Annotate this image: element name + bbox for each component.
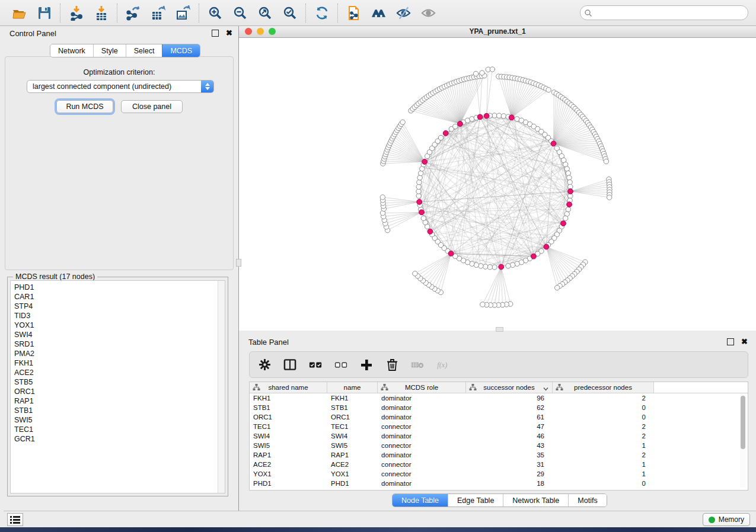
- run-mcds-button[interactable]: Run MCDS: [56, 100, 113, 113]
- cell-successor-nodes[interactable]: 43: [466, 441, 553, 450]
- column-header-successor-nodes[interactable]: successor nodes: [466, 382, 553, 393]
- cell-shared-name[interactable]: SWI4: [250, 431, 327, 441]
- cell-MCDS-role[interactable]: dominator: [378, 393, 466, 403]
- cell-predecessor-nodes[interactable]: 0: [553, 412, 654, 422]
- mcds-hub-node[interactable]: [531, 254, 537, 259]
- cell-name[interactable]: TEC1: [327, 422, 378, 431]
- mcds-hub-node[interactable]: [428, 229, 433, 234]
- mcds-hub-node[interactable]: [477, 114, 483, 120]
- cell-shared-name[interactable]: PHD1: [250, 479, 327, 488]
- settings-gear-icon[interactable]: [258, 358, 271, 372]
- zoom-in-icon[interactable]: [207, 5, 223, 21]
- table-scrollbar-thumb[interactable]: [741, 396, 745, 449]
- mcds-result-item[interactable]: FKH1: [14, 358, 225, 368]
- select-all-columns-icon[interactable]: [309, 358, 322, 372]
- mcds-result-item[interactable]: TID3: [14, 311, 225, 321]
- zoom-out-icon[interactable]: [232, 5, 248, 21]
- tab-style[interactable]: Style: [93, 44, 126, 57]
- tab-mcds[interactable]: MCDS: [162, 44, 200, 57]
- mcds-result-item[interactable]: SRD1: [14, 339, 225, 349]
- mcds-result-item[interactable]: TEC1: [14, 425, 225, 434]
- show-column-icon[interactable]: [283, 358, 296, 372]
- cell-predecessor-nodes[interactable]: 0: [553, 403, 654, 412]
- mcds-result-item[interactable]: SWI5: [14, 415, 225, 425]
- tab-motifs[interactable]: Motifs: [568, 494, 606, 507]
- delete-columns-icon[interactable]: [385, 358, 398, 372]
- mcds-list-scrollbar[interactable]: [218, 281, 225, 493]
- cell-MCDS-role[interactable]: connector: [378, 441, 466, 450]
- cell-name[interactable]: YOX1: [327, 469, 378, 479]
- table-row[interactable]: YOX1YOX1connector291: [250, 469, 748, 479]
- export-network-icon[interactable]: [125, 5, 141, 21]
- cell-MCDS-role[interactable]: connector: [378, 469, 466, 479]
- mcds-hub-node[interactable]: [422, 159, 428, 165]
- export-document-icon[interactable]: [346, 5, 362, 21]
- mcds-hub-node[interactable]: [544, 244, 549, 249]
- cell-successor-nodes[interactable]: 47: [466, 422, 553, 431]
- mcds-hub-node[interactable]: [448, 251, 454, 257]
- mcds-hub-node[interactable]: [443, 131, 448, 136]
- mcds-hub-node[interactable]: [568, 189, 573, 194]
- cell-successor-nodes[interactable]: 18: [466, 479, 553, 488]
- float-table-panel-icon[interactable]: [727, 338, 734, 345]
- mcds-result-item[interactable]: RAP1: [14, 396, 225, 406]
- cell-successor-nodes[interactable]: 29: [466, 469, 553, 479]
- table-row[interactable]: SWI5SWI5connector431: [250, 441, 748, 450]
- cell-MCDS-role[interactable]: dominator: [378, 450, 466, 460]
- cell-shared-name[interactable]: TEC1: [250, 422, 327, 431]
- cell-MCDS-role[interactable]: dominator: [378, 412, 466, 422]
- table-row[interactable]: RAP1RAP1dominator352: [250, 450, 748, 460]
- mcds-result-item[interactable]: STB1: [14, 406, 225, 415]
- table-scrollbar[interactable]: [740, 395, 746, 488]
- memory-button[interactable]: Memory: [703, 513, 750, 526]
- mcds-hub-node[interactable]: [551, 141, 556, 146]
- mcds-hub-node[interactable]: [509, 115, 514, 120]
- export-image-icon[interactable]: [175, 5, 191, 21]
- mcds-hub-node[interactable]: [458, 121, 463, 127]
- cell-MCDS-role[interactable]: dominator: [378, 431, 466, 441]
- split-pane-handle-vertical[interactable]: [236, 259, 241, 267]
- cell-shared-name[interactable]: ORC1: [250, 412, 327, 422]
- close-panel-icon[interactable]: ✖: [226, 30, 232, 36]
- mcds-hub-node[interactable]: [484, 113, 489, 118]
- hide-details-icon[interactable]: [395, 5, 412, 21]
- cell-successor-nodes[interactable]: 35: [466, 450, 553, 460]
- cell-name[interactable]: ORC1: [327, 412, 378, 422]
- cell-MCDS-role[interactable]: dominator: [378, 479, 466, 488]
- split-pane-handle-horizontal[interactable]: [496, 327, 503, 332]
- cell-successor-nodes[interactable]: 46: [466, 431, 553, 441]
- cell-name[interactable]: FKH1: [327, 393, 378, 403]
- cell-predecessor-nodes[interactable]: 2: [553, 450, 654, 460]
- automation-panel-button[interactable]: [7, 513, 23, 526]
- cell-successor-nodes[interactable]: 96: [466, 393, 553, 403]
- cell-name[interactable]: SWI5: [327, 441, 378, 450]
- mcds-result-item[interactable]: YOX1: [14, 321, 225, 330]
- cell-predecessor-nodes[interactable]: 1: [553, 460, 654, 469]
- network-window-titlebar[interactable]: YPA_prune.txt_1: [239, 26, 756, 38]
- add-column-icon[interactable]: [360, 358, 373, 372]
- cell-name[interactable]: PHD1: [327, 479, 378, 488]
- cell-shared-name[interactable]: FKH1: [250, 393, 327, 403]
- mcds-hub-node[interactable]: [419, 210, 425, 215]
- node-table[interactable]: shared namenameMCDS rolesuccessor nodesp…: [249, 382, 748, 491]
- mcds-result-item[interactable]: PHD1: [14, 283, 225, 292]
- cell-successor-nodes[interactable]: 62: [466, 403, 553, 412]
- table-row[interactable]: PHD1PHD1dominator180: [250, 479, 748, 488]
- column-header-name[interactable]: name: [327, 382, 378, 393]
- tab-network-table[interactable]: Network Table: [503, 494, 568, 507]
- mcds-hub-node[interactable]: [567, 202, 572, 207]
- mcds-result-item[interactable]: STP4: [14, 302, 225, 311]
- cell-shared-name[interactable]: SWI5: [250, 441, 327, 450]
- mcds-result-item[interactable]: CAR1: [14, 292, 225, 302]
- search-input[interactable]: [592, 8, 744, 18]
- table-row[interactable]: SWI4SWI4dominator462: [250, 431, 748, 441]
- mcds-result-item[interactable]: ACE2: [14, 368, 225, 377]
- mcds-result-item[interactable]: GCR1: [14, 434, 225, 444]
- tab-network[interactable]: Network: [50, 44, 93, 57]
- table-row[interactable]: STB1STB1dominator620: [250, 403, 748, 412]
- cell-predecessor-nodes[interactable]: 1: [553, 469, 654, 479]
- tab-select[interactable]: Select: [126, 44, 162, 57]
- close-panel-button[interactable]: Close panel: [121, 100, 183, 113]
- table-row[interactable]: ORC1ORC1dominator610: [250, 412, 748, 422]
- network-nodes[interactable]: [380, 67, 612, 307]
